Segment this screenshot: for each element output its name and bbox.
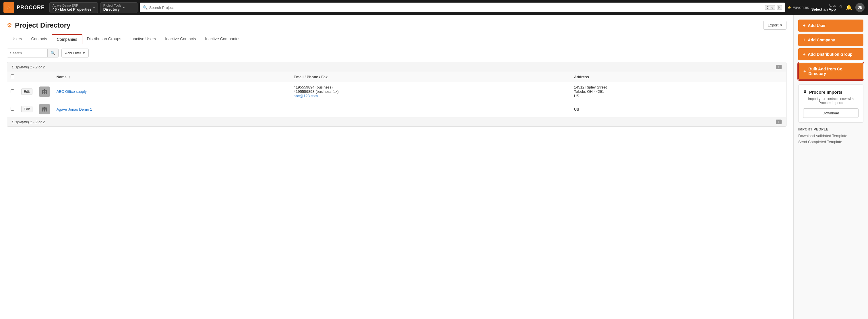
export-arrow-icon: ▾ [780,23,782,27]
row1-phone: 4195559894 (business) [293,85,567,89]
search-bar: 🔍 Cmd K [140,3,785,12]
download-button[interactable]: Download [803,108,859,118]
tab-contacts[interactable]: Contacts [27,34,52,44]
th-name[interactable]: Name ↑ [53,71,290,82]
project-selector[interactable]: Agave Demo ERP 46 - Market Properties ▾ [50,2,98,13]
tools-selector-arrow: ▾ [123,6,125,9]
download-template-link[interactable]: Download Validated Template [798,134,863,138]
content-area: ⚙ Project Directory Export ▾ Users Conta… [0,15,794,319]
imports-title: Procore Imports [809,90,842,94]
row2-name-cell: Agave Jonas Demo 1 [53,101,290,118]
tabs-bar: Users Contacts Companies Distribution Gr… [7,34,786,44]
svg-rect-9 [43,110,44,112]
favorites-button[interactable]: ★ Favorites [787,5,809,10]
settings-icon: ⚙ [7,22,12,29]
svg-rect-2 [45,91,45,92]
table-body: Edit [7,82,786,118]
companies-search-input[interactable] [7,49,48,57]
tab-inactive-users[interactable]: Inactive Users [126,34,160,44]
tab-companies[interactable]: Companies [52,34,82,44]
th-edit [18,71,36,82]
row1-edit-button[interactable]: Edit [21,88,32,95]
imports-download-icon: ⬇ [803,89,807,94]
export-label: Export [768,23,778,27]
row2-edit-button[interactable]: Edit [21,106,32,112]
add-distribution-group-button[interactable]: + Add Distribution Group [798,48,863,60]
svg-rect-1 [43,91,44,92]
display-bar-top: Displaying 1 - 2 of 2 1 [7,62,786,71]
companies-table-wrapper: Displaying 1 - 2 of 2 1 Name ↑ [7,62,786,127]
row2-addr1: US [574,107,783,112]
home-icon: ⌂ [7,5,11,11]
row1-name[interactable]: ABC Office supply [57,89,87,94]
companies-search-button[interactable]: 🔍 [48,49,58,57]
procore-imports-box: ⬇ Procore Imports Import your contacts n… [798,85,863,123]
add-filter-label: Add Filter [65,51,81,55]
notifications-button[interactable]: 🔔 [846,4,852,11]
tools-selector[interactable]: Project Tools Directory ▾ [100,2,137,13]
search-k-key: K [777,5,782,10]
row1-email: abc@123.com [293,94,567,98]
row2-name[interactable]: Agave Jonas Demo 1 [57,107,92,112]
export-button[interactable]: Export ▾ [763,21,786,30]
svg-rect-10 [45,110,45,112]
add-company-button[interactable]: + Add Company [798,34,863,46]
tab-users[interactable]: Users [7,34,27,44]
filter-arrow-icon: ▾ [83,51,85,55]
row2-company-icon [39,104,50,114]
user-avatar[interactable]: DE [856,3,865,12]
th-email: Email / Phone / Fax [290,71,570,82]
table-row: Edit [7,82,786,101]
apps-selector[interactable]: Apps Select an App [811,4,836,11]
row1-checkbox[interactable] [11,89,14,93]
row1-fax: 4195559898 (business fax) [293,89,567,94]
add-user-button[interactable]: + Add User [798,20,863,32]
svg-rect-7 [43,109,44,110]
help-button[interactable]: ? [839,5,842,11]
favorites-label: Favorites [793,5,809,10]
add-company-plus-icon: + [803,37,805,42]
row1-addr2: Toledo, OH 44291 [574,89,783,94]
tab-inactive-companies[interactable]: Inactive Companies [200,34,245,44]
tab-inactive-contacts[interactable]: Inactive Contacts [160,34,200,44]
add-filter-button[interactable]: Add Filter ▾ [61,49,89,57]
row1-name-cell: ABC Office supply [53,82,290,101]
star-icon: ★ [787,5,792,10]
search-button-icon: 🔍 [51,51,55,55]
companies-table: Name ↑ Email / Phone / Fax Address [7,71,786,117]
row1-contact-cell: 4195559894 (business) 4195559898 (busine… [290,82,570,101]
add-distribution-label: Add Distribution Group [808,52,852,57]
display-count-top: Displaying 1 - 2 of 2 [12,65,45,69]
th-icon [36,71,53,82]
page-badge-bottom: 1 [776,120,782,124]
row1-addr1: 14512 Ripley Street [574,85,783,89]
page-header: ⚙ Project Directory Export ▾ [7,21,786,30]
row1-edit-cell: Edit [18,82,36,101]
select-all-checkbox[interactable] [11,75,14,78]
row1-icon-cell [36,82,53,101]
import-people-section: IMPORT PEOPLE Download Validated Templat… [798,127,863,144]
tools-selector-sub: Directory [103,7,121,11]
imports-description: Import your contacts now with Procore Im… [803,97,859,105]
row2-checkbox-cell [7,101,18,118]
table-row: Edit [7,101,786,118]
project-selector-arrow: ▾ [93,6,95,9]
row2-checkbox[interactable] [11,107,14,111]
filters-row: 🔍 Add Filter ▾ [7,49,786,57]
th-name-label: Name [57,75,67,79]
project-selector-sub: 46 - Market Properties [53,7,92,11]
add-distribution-plus-icon: + [803,52,805,57]
svg-rect-8 [45,109,45,110]
row1-checkbox-cell [7,82,18,101]
tab-distribution-groups[interactable]: Distribution Groups [82,34,126,44]
bulk-add-button[interactable]: + Bulk Add from Co. Directory [798,63,863,80]
top-navigation: ⌂ PROCORE Agave Demo ERP 46 - Market Pro… [0,0,868,15]
procore-logo: PROCORE [17,5,45,11]
send-template-link[interactable]: Send Completed Template [798,140,863,144]
row1-address-cell: 14512 Ripley Street Toledo, OH 44291 US [570,82,786,101]
search-icon: 🔍 [143,5,148,10]
page-badge-top: 1 [776,65,782,69]
home-button[interactable]: ⌂ [3,2,14,13]
search-input[interactable] [149,5,763,10]
svg-rect-0 [42,90,47,94]
